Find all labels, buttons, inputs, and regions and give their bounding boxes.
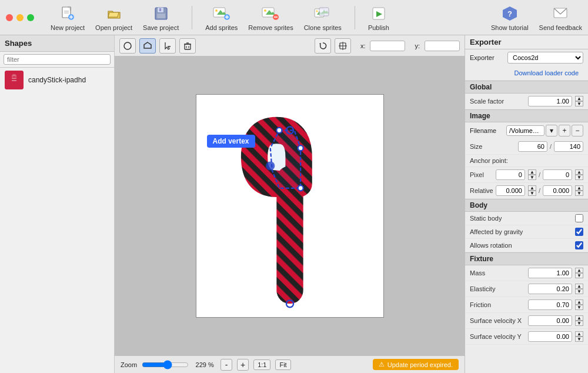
minimize-button[interactable] (16, 14, 24, 21)
sidebar-title: Shapes (0, 35, 114, 52)
friction-input[interactable] (528, 299, 572, 310)
friction-stepper: ▲ ▼ (575, 299, 583, 310)
delete-tool-button[interactable] (179, 38, 196, 54)
affected-by-gravity-checkbox[interactable] (575, 228, 583, 236)
sidebar-item-candystick[interactable]: candyStick-ipadhd (0, 68, 114, 92)
show-tutorial-icon: ? (500, 4, 519, 23)
send-feedback-label: Send feedback (539, 24, 582, 31)
svg-marker-38 (144, 42, 151, 48)
scale-factor-up[interactable]: ▲ (575, 96, 583, 101)
relative-y-input[interactable] (543, 185, 572, 196)
filename-input[interactable] (506, 125, 544, 136)
download-loader-code-link[interactable]: Download loader code (470, 67, 583, 79)
svg-point-12 (215, 9, 218, 12)
zoom-plus-button[interactable]: + (237, 359, 249, 371)
new-project-label: New project (51, 24, 85, 31)
maximize-button[interactable] (27, 14, 34, 21)
clone-sprites-button[interactable]: Clone sprites (304, 4, 342, 31)
circle-tool-button[interactable] (119, 38, 136, 54)
pixel-y-up[interactable]: ▲ (575, 169, 583, 175)
filter-input[interactable] (4, 54, 111, 65)
select-tool-button[interactable] (159, 38, 176, 54)
save-project-button[interactable]: Save project (143, 4, 179, 31)
reset-tool-button[interactable] (315, 38, 331, 54)
exporter-select[interactable]: Cocos2d Box2D Corona Unity Chipmunk (507, 52, 583, 64)
surface-velocity-x-up[interactable]: ▲ (575, 315, 583, 321)
relative-x-down[interactable]: ▼ (528, 191, 536, 196)
filename-add-btn[interactable]: + (559, 125, 570, 136)
pixel-x-up[interactable]: ▲ (528, 169, 536, 175)
filename-dropdown-btn[interactable]: ▾ (546, 125, 557, 136)
affected-by-gravity-label: Affected by gravity (470, 228, 573, 235)
pixel-label: Pixel (470, 171, 493, 178)
pixel-y-down[interactable]: ▼ (575, 175, 583, 180)
add-sprites-button[interactable]: Add sprites (205, 4, 238, 31)
open-project-label: Open project (95, 24, 132, 31)
relative-x-up[interactable]: ▲ (528, 185, 536, 191)
scale-factor-input[interactable] (528, 96, 572, 106)
friction-label: Friction (470, 301, 526, 308)
zoom-fit-button[interactable]: Fit (275, 359, 290, 370)
send-feedback-icon (551, 4, 570, 23)
pixel-x-input[interactable] (496, 169, 525, 180)
canvas-area: x: y: (115, 35, 465, 373)
elasticity-row: Elasticity ▲ ▼ (465, 281, 588, 297)
mass-down[interactable]: ▼ (575, 273, 583, 278)
allows-rotation-checkbox[interactable] (575, 241, 583, 249)
relative-y-down[interactable]: ▼ (575, 191, 583, 196)
scale-factor-row: Scale factor ▲ ▼ (465, 94, 588, 109)
elasticity-input[interactable] (528, 284, 572, 294)
surface-velocity-x-down[interactable]: ▼ (575, 321, 583, 326)
svg-point-55 (298, 185, 303, 191)
scale-factor-down[interactable]: ▼ (575, 101, 583, 106)
filename-remove-btn[interactable]: − (572, 125, 583, 136)
elasticity-label: Elasticity (470, 285, 526, 292)
x-input[interactable] (370, 41, 405, 51)
elasticity-down[interactable]: ▼ (575, 289, 583, 294)
svg-point-56 (276, 128, 282, 133)
surface-velocity-y-down[interactable]: ▼ (575, 337, 583, 342)
size-h-input[interactable] (554, 141, 583, 152)
exporter-row: Exporter Cocos2d Box2D Corona Unity Chip… (465, 49, 588, 66)
close-button[interactable] (6, 14, 13, 21)
center-tool-button[interactable] (335, 38, 351, 54)
svg-point-23 (316, 10, 318, 12)
remove-sprites-button[interactable]: Remove sprites (248, 4, 293, 31)
relative-x-input[interactable] (496, 185, 525, 196)
static-body-checkbox[interactable] (575, 214, 583, 222)
size-w-input[interactable] (518, 141, 547, 152)
mass-up[interactable]: ▲ (575, 268, 583, 273)
pixel-x-down[interactable]: ▼ (528, 175, 536, 180)
update-badge[interactable]: ⚠ Update period expired. (373, 359, 459, 370)
relative-y-up[interactable]: ▲ (575, 185, 583, 191)
show-tutorial-button[interactable]: ? Show tutorial (491, 4, 529, 31)
surface-velocity-y-up[interactable]: ▲ (575, 331, 583, 337)
new-project-button[interactable]: New project (51, 4, 85, 31)
zoom-minus-button[interactable]: - (220, 359, 232, 371)
zoom-value: 229 % (193, 361, 216, 368)
canvas-viewport[interactable]: Add vertex (115, 56, 465, 355)
pixel-row: Pixel ▲ ▼ / ▲ ▼ (465, 167, 588, 183)
y-input[interactable] (425, 41, 460, 51)
canvas-background: Add vertex (196, 94, 384, 318)
scale-factor-label: Scale factor (470, 98, 526, 105)
right-panel: Exporter Exporter Cocos2d Box2D Corona U… (465, 35, 588, 373)
size-label: Size (470, 143, 516, 150)
send-feedback-button[interactable]: Send feedback (539, 4, 582, 31)
elasticity-up[interactable]: ▲ (575, 284, 583, 289)
open-project-button[interactable]: Open project (95, 4, 132, 31)
remove-sprites-icon (261, 4, 280, 23)
publish-label: Publish (368, 24, 389, 31)
zoom-slider[interactable] (142, 360, 189, 369)
pixel-y-input[interactable] (543, 169, 572, 180)
surface-velocity-y-input[interactable] (528, 331, 572, 342)
allows-rotation-label: Allows rotation (470, 242, 573, 249)
mass-input[interactable] (528, 268, 572, 278)
friction-up[interactable]: ▲ (575, 299, 583, 305)
publish-button[interactable]: Publish (368, 4, 389, 31)
surface-velocity-x-input[interactable] (528, 315, 572, 326)
affected-gravity-row: Affected by gravity (465, 225, 588, 239)
polygon-tool-button[interactable] (139, 38, 156, 54)
zoom-reset-button[interactable]: 1:1 (253, 359, 270, 370)
friction-down[interactable]: ▼ (575, 305, 583, 310)
